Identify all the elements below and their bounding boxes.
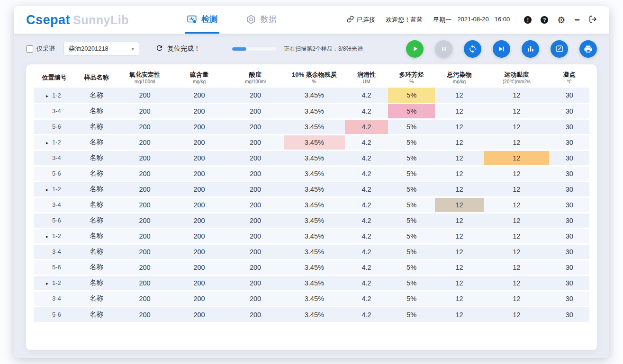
expand-arrow-icon[interactable]: ▸ [46, 187, 52, 192]
column-header: 样品名称 [75, 67, 118, 88]
sync-button[interactable] [464, 40, 481, 58]
table-row[interactable]: ▸1-2名称2002002003.45%4.25%121230 [34, 228, 589, 244]
table-row[interactable]: ▸5-6名称2002002003.45%4.25%121230 [34, 306, 589, 322]
value-cell: 200 [118, 150, 172, 166]
connection-status: 已连接 [347, 16, 375, 24]
sample-select[interactable]: 柴油20201218 ▾ [63, 42, 139, 56]
position-label: 3-4 [52, 248, 61, 255]
column-header: 凝点℃ [549, 67, 589, 88]
value-cell: 12 [484, 181, 549, 197]
value-cell: 200 [227, 275, 284, 291]
value-cell: 200 [172, 228, 227, 244]
tab-detection[interactable]: 检测 [185, 6, 219, 34]
table-row[interactable]: ▸3-4名称2002002003.45%4.25%121230 [34, 197, 589, 213]
value-cell: 4.2 [345, 166, 388, 181]
value-cell: 5% [388, 119, 435, 134]
results-card: 位置编号样品名称氧化安定性mg/100ml硫含量mg/kg酸度mg/100ml1… [26, 64, 597, 350]
value-cell: 200 [172, 88, 227, 103]
table-row[interactable]: ▸3-4名称2002002003.45%4.25%121230 [34, 150, 589, 166]
value-cell: 30 [549, 244, 589, 259]
expand-arrow-icon[interactable]: ▸ [46, 93, 52, 98]
exit-logout-icon[interactable] [589, 15, 597, 25]
position-label: 5-6 [52, 123, 61, 130]
value-cell: 200 [118, 119, 172, 134]
reset-refresh-icon[interactable] [155, 44, 163, 54]
play-icon [411, 44, 419, 53]
value-cell: 200 [227, 244, 284, 259]
position-label: 5-6 [52, 217, 61, 224]
value-cell: 200 [118, 244, 172, 259]
position-label: 3-4 [52, 154, 61, 161]
expand-arrow-icon[interactable]: ▸ [46, 140, 52, 145]
print-button[interactable] [579, 40, 597, 58]
reset-status-text: 复位完成！ [167, 44, 200, 53]
value-cell: 3.45% [284, 275, 345, 291]
sample-name-cell: 名称 [75, 88, 118, 103]
value-cell: 12 [484, 134, 549, 150]
table-row[interactable]: ▸3-4名称2002002003.45%4.25%121230 [34, 291, 589, 306]
value-cell: 5% [388, 197, 435, 213]
detection-monitor-icon [187, 14, 197, 25]
position-cell[interactable]: ▸1-2 [34, 228, 75, 244]
value-cell: 3.45% [284, 228, 345, 244]
minimize-icon[interactable]: − [574, 15, 580, 25]
tab-data[interactable]: 数据 [244, 6, 279, 34]
value-cell: 200 [118, 291, 172, 306]
statistics-button[interactable] [522, 40, 539, 58]
table-row[interactable]: ▸5-6名称2002002003.45%4.25%121230 [34, 119, 589, 134]
value-cell: 4.2 [345, 291, 388, 306]
edit-button[interactable] [551, 40, 568, 58]
expand-arrow-icon[interactable]: ▸ [46, 234, 52, 239]
tab-detection-label: 检测 [201, 14, 217, 25]
info-icon[interactable]: ! [524, 16, 532, 24]
value-cell: 200 [172, 119, 227, 134]
sample-name-cell: 名称 [75, 150, 118, 166]
position-cell[interactable]: ▸1-2 [34, 88, 75, 103]
connection-status-label: 已连接 [357, 16, 375, 24]
position-label: 5-6 [52, 311, 61, 318]
table-row[interactable]: ▸1-2名称2002002003.45%4.25%121230 [34, 275, 589, 291]
settings-gear-icon[interactable]: ⚙ [557, 16, 565, 25]
toolbar: 仅采谱 柴油20201218 ▾ 复位完成！ 正在扫描第2个样品：3/8张光谱 [14, 40, 609, 58]
column-header: 酸度mg/100ml [227, 67, 284, 88]
value-cell: 12 [435, 181, 484, 197]
sample-name-cell: 名称 [75, 259, 118, 275]
start-button[interactable] [406, 40, 424, 58]
control-buttons [406, 40, 597, 58]
highlighted-value-cell: 3.45% [284, 134, 345, 150]
value-cell: 3.45% [284, 88, 345, 103]
capture-only-label: 仅采谱 [36, 44, 55, 53]
position-cell[interactable]: ▸1-2 [34, 181, 75, 197]
table-row[interactable]: ▸5-6名称2002002003.45%4.25%121230 [34, 166, 589, 181]
table-row[interactable]: ▸3-4名称2002002003.45%4.25%121230 [34, 103, 589, 119]
pause-button[interactable] [435, 40, 452, 58]
column-header: 10% 蒸余物残炭% [284, 67, 345, 88]
position-cell[interactable]: ▸1-2 [34, 275, 75, 291]
scan-progress-bar [232, 47, 277, 51]
sample-select-value: 柴油20201218 [69, 44, 108, 53]
capture-only-checkbox[interactable] [26, 45, 33, 53]
value-cell: 200 [227, 213, 284, 228]
value-cell: 12 [484, 119, 549, 134]
position-cell: ▸3-4 [34, 150, 75, 166]
table-row[interactable]: ▸5-6名称2002002003.45%4.25%121230 [34, 213, 589, 228]
weekday-label: 星期一 [433, 16, 451, 24]
value-cell: 200 [172, 181, 227, 197]
table-row[interactable]: ▸1-2名称2002002003.45%4.25%121230 [34, 88, 589, 103]
table-row[interactable]: ▸1-2名称2002002003.45%4.25%121230 [34, 134, 589, 150]
expand-arrow-icon[interactable]: ▸ [46, 281, 52, 286]
table-row[interactable]: ▸1-2名称2002002003.45%4.25%121230 [34, 181, 589, 197]
value-cell: 200 [118, 306, 172, 322]
help-icon[interactable]: ? [541, 16, 548, 24]
table-row[interactable]: ▸3-4名称2002002003.45%4.25%121230 [34, 244, 589, 259]
value-cell: 12 [484, 166, 549, 181]
skip-next-icon [497, 44, 506, 53]
position-cell[interactable]: ▸1-2 [34, 134, 75, 150]
progress-fill [232, 47, 246, 51]
value-cell: 5% [388, 275, 435, 291]
value-cell: 3.45% [284, 181, 345, 197]
value-cell: 5% [388, 150, 435, 166]
skip-next-button[interactable] [493, 40, 510, 58]
table-row[interactable]: ▸5-6名称2002002003.45%4.25%121230 [34, 259, 589, 275]
value-cell: 5% [388, 291, 435, 306]
